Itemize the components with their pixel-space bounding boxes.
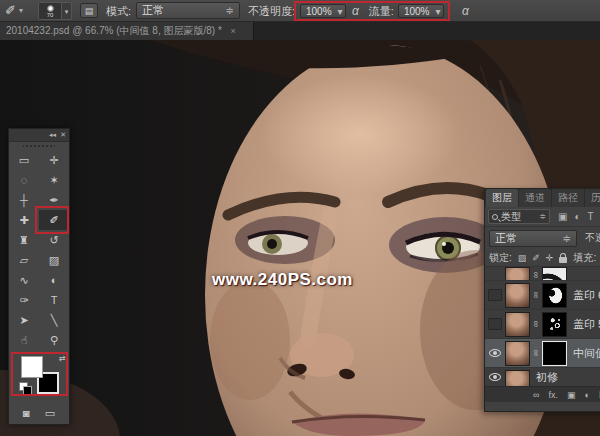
tool-zoom[interactable]: ⚲ xyxy=(39,330,69,350)
type-filter-icon[interactable]: T xyxy=(588,211,594,222)
toolbox-grip[interactable] xyxy=(23,143,55,149)
spinner-icon: ≑ xyxy=(557,233,571,244)
tab-paths[interactable]: 路径 xyxy=(552,189,584,207)
mode-dropdown[interactable]: 正常 ≑ xyxy=(136,2,240,19)
tool-clone-stamp[interactable]: ♜ xyxy=(9,230,39,250)
collapse-panel-icon[interactable]: ◂◂ xyxy=(49,131,56,139)
visibility-cell[interactable] xyxy=(485,349,505,357)
brush-preset-picker[interactable]: 70 ▾ xyxy=(38,2,72,20)
lock-pixels-icon[interactable]: ✐ xyxy=(532,253,540,263)
link-layers-icon[interactable]: ∞ xyxy=(533,390,539,400)
visibility-cell[interactable] xyxy=(485,289,505,301)
tool-healing-brush[interactable]: ✚ xyxy=(9,210,39,230)
lock-position-icon[interactable]: ✛ xyxy=(546,253,554,263)
lock-all-icon[interactable] xyxy=(559,257,567,263)
tool-rect-marquee[interactable]: ▭ xyxy=(9,150,39,170)
tab-channels[interactable]: 通道 xyxy=(519,189,551,207)
flow-dropdown[interactable]: 100% ▾ xyxy=(398,4,444,18)
layer-mask-thumbnail[interactable] xyxy=(542,312,567,337)
line-shape-icon: ╲ xyxy=(51,314,58,327)
tool-eraser[interactable]: ▱ xyxy=(9,250,39,270)
layer-thumbnail[interactable] xyxy=(505,370,530,387)
smudge-icon: ∿ xyxy=(19,274,28,287)
layer-name[interactable]: 中间值 xyxy=(573,346,600,361)
airbrush-opacity-icon[interactable]: α xyxy=(352,4,359,18)
current-tool-icon[interactable]: ✐▾ xyxy=(5,3,23,18)
pixel-filter-icon[interactable]: ▣ xyxy=(558,211,567,222)
foreground-color-swatch[interactable] xyxy=(21,356,43,378)
airbrush-toggle-icon[interactable]: α xyxy=(462,4,469,18)
link-icon: ∞ xyxy=(531,269,541,281)
quick-mask-button[interactable]: ◙ xyxy=(23,407,30,419)
layer-filter-row: 类型 ≑ ▣ ◐ T xyxy=(485,207,600,227)
opacity-value: 100% xyxy=(306,6,332,17)
hidden-eye-checkbox[interactable] xyxy=(488,318,502,330)
layer-thumbnail[interactable] xyxy=(505,312,530,337)
eraser-icon: ▱ xyxy=(20,254,28,267)
layer-style-icon[interactable]: fx. xyxy=(548,390,558,400)
tool-smudge[interactable]: ∿ xyxy=(9,270,39,290)
tool-path-select[interactable]: ➤ xyxy=(9,310,39,330)
layer-row-chuxiu[interactable]: 初修 xyxy=(485,368,600,386)
layer-name[interactable]: 盖印 6 xyxy=(573,288,600,303)
blend-mode-dropdown[interactable]: 正常 ≑ xyxy=(489,230,577,247)
lock-transparent-icon[interactable]: ▨ xyxy=(518,253,527,263)
tool-move[interactable]: ✛ xyxy=(39,150,69,170)
tool-magic-wand[interactable]: ✶ xyxy=(39,170,69,190)
eyedropper-icon: ✒ xyxy=(49,194,58,207)
tool-history-brush[interactable]: ↺ xyxy=(39,230,69,250)
layer-thumbnail[interactable] xyxy=(505,283,530,308)
tool-brush[interactable]: ✐ xyxy=(39,210,69,230)
adjustment-filter-icon[interactable]: ◐ xyxy=(574,211,580,222)
tool-pen[interactable]: ✑ xyxy=(9,290,39,310)
opacity-dropdown[interactable]: 100% ▾ xyxy=(300,4,346,18)
default-colors-icon[interactable] xyxy=(19,382,28,391)
tool-lasso[interactable]: ◌ xyxy=(9,170,39,190)
tool-gradient[interactable]: ▨ xyxy=(39,250,69,270)
crop-icon: ┼ xyxy=(20,194,28,206)
mode-value: 正常 xyxy=(142,3,164,18)
layer-row-partial[interactable]: ∞ xyxy=(485,267,600,281)
visibility-cell[interactable] xyxy=(485,318,505,330)
watermark-text: www.240PS.com xyxy=(212,270,353,290)
chevron-down-icon: ▾ xyxy=(429,6,440,17)
brush-preview: 70 xyxy=(38,2,62,20)
tool-crop[interactable]: ┼ xyxy=(9,190,39,210)
layer-thumbnail[interactable] xyxy=(505,267,530,281)
eye-icon[interactable] xyxy=(489,373,501,381)
close-panel-icon[interactable]: ✕ xyxy=(60,131,66,139)
tab-history[interactable]: 历史记录 xyxy=(585,189,600,207)
swap-colors-icon[interactable]: ⇄ xyxy=(59,354,66,363)
tool-hand[interactable]: ☝ xyxy=(9,330,39,350)
panel-tab-strip: 图层 通道 路径 历史记录 xyxy=(485,189,600,207)
layer-row-gaiyin6[interactable]: ∞ 盖印 6 xyxy=(485,281,600,310)
visibility-cell[interactable] xyxy=(485,373,505,381)
pen-icon: ✑ xyxy=(19,294,28,307)
tab-layers[interactable]: 图层 xyxy=(486,189,518,207)
layer-row-zhongjianzhi[interactable]: ∞ 中间值 xyxy=(485,339,600,368)
tool-line-shape[interactable]: ╲ xyxy=(39,310,69,330)
layer-mask-thumbnail[interactable] xyxy=(542,341,567,366)
tool-eyedropper[interactable]: ✒ xyxy=(39,190,69,210)
new-adjustment-icon[interactable]: ◐ xyxy=(584,390,589,400)
flow-label: 流量: xyxy=(369,4,394,19)
tool-type[interactable]: T xyxy=(39,290,69,310)
layer-row-gaiyin5[interactable]: ∞ 盖印 5 xyxy=(485,310,600,339)
brush-preset-arrow[interactable]: ▾ xyxy=(62,2,72,20)
brush-panel-toggle-icon[interactable]: ▤ xyxy=(80,3,98,18)
hidden-eye-checkbox[interactable] xyxy=(488,289,502,301)
layer-name[interactable]: 盖印 5 xyxy=(573,317,600,332)
layer-thumbnail[interactable] xyxy=(505,341,530,366)
link-icon: ∞ xyxy=(531,318,541,330)
layer-mask-thumbnail[interactable] xyxy=(542,283,567,308)
layer-name[interactable]: 初修 xyxy=(536,370,558,385)
layer-mask-thumbnail[interactable] xyxy=(542,267,567,281)
add-mask-icon[interactable]: ▣ xyxy=(567,390,576,400)
eye-icon[interactable] xyxy=(489,349,501,357)
screen-mode-button[interactable]: ▭ xyxy=(45,407,55,420)
close-tab-icon[interactable]: × xyxy=(231,26,236,36)
brush-icon: ✐ xyxy=(49,214,58,227)
tool-dodge[interactable]: ◐ xyxy=(39,270,69,290)
filter-type-dropdown[interactable]: 类型 ≑ xyxy=(488,209,550,224)
document-tab[interactable]: 20104232.psd @ 66.7% (中间值 8, 图层蒙版/8) * × xyxy=(0,22,254,40)
